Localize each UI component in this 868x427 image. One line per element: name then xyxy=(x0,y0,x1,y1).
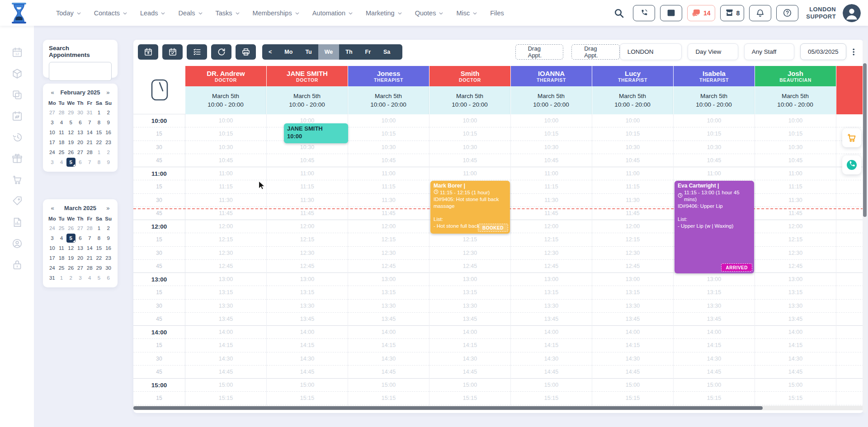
calendar-day[interactable]: 2 xyxy=(66,273,75,283)
slot-14:45[interactable]: 14:45 xyxy=(185,366,266,379)
calendar-day[interactable]: 30 xyxy=(75,108,85,117)
calendar-day[interactable]: 15 xyxy=(94,127,104,137)
slot-14:15[interactable]: 14:15 xyxy=(674,339,755,352)
calendar-day[interactable]: 9 xyxy=(104,117,113,127)
slot-13:45[interactable]: 13:45 xyxy=(348,313,429,326)
prev-day-button[interactable]: < xyxy=(262,44,278,60)
calendar-day[interactable]: 10 xyxy=(47,127,57,137)
slot-13:15[interactable]: 13:15 xyxy=(429,286,510,299)
slot-12:45[interactable]: 12:45 xyxy=(429,260,510,273)
calendar-day[interactable]: 18 xyxy=(57,253,66,263)
slot-14:30[interactable]: 14:30 xyxy=(592,352,673,366)
appt-eva-cartwright[interactable]: Eva Cartwright |11:15 - 13:00 (1 hour 45… xyxy=(675,181,754,273)
bell-button[interactable] xyxy=(749,5,771,21)
slot-15:15[interactable]: 15:15 xyxy=(755,392,836,405)
slot-13:30[interactable]: 13:30 xyxy=(511,300,592,313)
calendar-day[interactable]: 26 xyxy=(66,223,75,233)
slot-13:00[interactable]: 13:00 xyxy=(674,273,755,286)
slot-10:45[interactable]: 10:45 xyxy=(674,154,755,167)
inbox-button[interactable] xyxy=(660,5,682,21)
calendar-day[interactable]: 3 xyxy=(47,157,57,167)
calendar-day[interactable]: 29 xyxy=(66,108,75,117)
slot-15:00[interactable]: 15:00 xyxy=(267,379,348,392)
slot-14:15[interactable]: 14:15 xyxy=(755,339,836,352)
slot-14:45[interactable]: 14:45 xyxy=(267,366,348,379)
calendar-day[interactable]: 14 xyxy=(85,127,94,137)
slot-10:30[interactable]: 10:30 xyxy=(185,141,266,154)
search-appointments-input[interactable] xyxy=(49,62,112,81)
slot-10:00[interactable]: 10:00 xyxy=(674,114,755,127)
slot-13:15[interactable]: 13:15 xyxy=(348,286,429,299)
calendar-day[interactable]: 25 xyxy=(57,147,66,157)
calendar-day[interactable]: 5 xyxy=(94,273,104,283)
day-tab-tu[interactable]: Tu xyxy=(299,44,318,60)
slot-11:00[interactable]: 11:00 xyxy=(348,167,429,180)
slot-10:15[interactable]: 10:15 xyxy=(185,127,266,141)
slot-12:15[interactable]: 12:15 xyxy=(348,233,429,246)
slot-15:15[interactable]: 15:15 xyxy=(511,392,592,405)
appt-jane-smith[interactable]: JANE SMITH10:00 xyxy=(284,123,348,143)
staff-name-band[interactable]: JoshBEAUTICIAN xyxy=(755,66,836,86)
slot-12:45[interactable]: 12:45 xyxy=(185,260,266,273)
calendar-day[interactable]: 6 xyxy=(75,233,85,243)
calendar-day[interactable]: 20 xyxy=(75,253,85,263)
slot-14:00[interactable] xyxy=(836,326,863,339)
slot-14:15[interactable]: 14:15 xyxy=(429,339,510,352)
calendar-day[interactable]: 6 xyxy=(75,157,85,167)
slot-14:15[interactable]: 14:15 xyxy=(511,339,592,352)
view-select[interactable]: Day View xyxy=(688,43,738,60)
calendar-day[interactable]: 6 xyxy=(104,273,113,283)
slot-12:00[interactable]: 12:00 xyxy=(511,220,592,233)
calendar-day[interactable]: 9 xyxy=(104,157,113,167)
slot-11:00[interactable]: 11:00 xyxy=(267,167,348,180)
calendar-day[interactable]: 23 xyxy=(104,137,113,147)
slot-14:45[interactable]: 14:45 xyxy=(429,366,510,379)
calendar-day[interactable]: 3 xyxy=(47,233,57,243)
slot-14:45[interactable]: 14:45 xyxy=(511,366,592,379)
calendar-day[interactable]: 24 xyxy=(47,223,57,233)
calendar-day[interactable]: 29 xyxy=(94,263,104,273)
slot-10:45[interactable]: 10:45 xyxy=(511,154,592,167)
staff-name-band[interactable]: IOANNATHERAPIST xyxy=(511,66,592,86)
slot-12:15[interactable]: 12:15 xyxy=(511,233,592,246)
day-tab-su[interactable]: Su xyxy=(396,44,402,60)
slot-14:30[interactable] xyxy=(836,352,863,366)
calendar-day[interactable]: 18 xyxy=(57,137,66,147)
slot-11:30[interactable]: 11:30 xyxy=(511,194,592,207)
calendar-day[interactable]: 6 xyxy=(75,117,85,127)
quick-cart-button[interactable] xyxy=(842,128,861,147)
rail-history-icon[interactable] xyxy=(11,131,23,143)
slot-10:00[interactable] xyxy=(836,114,863,127)
slot-11:15[interactable]: 11:15 xyxy=(755,180,836,193)
calendar-day[interactable]: 8 xyxy=(94,233,104,243)
calendar-prev-arrow[interactable]: « xyxy=(49,89,56,96)
slot-10:00[interactable]: 10:00 xyxy=(185,114,266,127)
calendar-day[interactable]: 1 xyxy=(94,108,104,117)
calendar-day[interactable]: 4 xyxy=(57,233,66,243)
slot-10:45[interactable]: 10:45 xyxy=(592,154,673,167)
calendar-day[interactable]: 11 xyxy=(57,127,66,137)
slot-13:15[interactable]: 13:15 xyxy=(674,286,755,299)
slot-13:45[interactable]: 13:45 xyxy=(592,313,673,326)
calendar-day[interactable]: 4 xyxy=(57,117,66,127)
nav-item-files[interactable]: Files xyxy=(490,9,504,17)
slot-13:00[interactable]: 13:00 xyxy=(429,273,510,286)
slot-11:15[interactable]: 11:15 xyxy=(267,180,348,193)
slot-13:00[interactable]: 13:00 xyxy=(267,273,348,286)
slot-10:15[interactable]: 10:15 xyxy=(592,127,673,141)
calendar-day[interactable]: 28 xyxy=(57,108,66,117)
calendar-plus-button[interactable] xyxy=(138,44,158,60)
slot-10:00[interactable]: 10:00 xyxy=(511,114,592,127)
nav-item-tasks[interactable]: Tasks xyxy=(216,9,241,17)
slot-11:30[interactable]: 11:30 xyxy=(348,194,429,207)
avatar[interactable] xyxy=(843,4,861,22)
slot-10:45[interactable]: 10:45 xyxy=(185,154,266,167)
slot-15:15[interactable]: 15:15 xyxy=(267,392,348,405)
quick-call-button[interactable] xyxy=(842,155,861,174)
horizontal-scrollbar-thumb[interactable] xyxy=(133,406,763,410)
calendar-day[interactable]: 12 xyxy=(66,127,75,137)
slot-11:00[interactable]: 11:00 xyxy=(592,167,673,180)
slot-10:15[interactable]: 10:15 xyxy=(674,127,755,141)
nav-item-leads[interactable]: Leads xyxy=(140,9,166,17)
calendar-day[interactable]: 13 xyxy=(75,243,85,253)
